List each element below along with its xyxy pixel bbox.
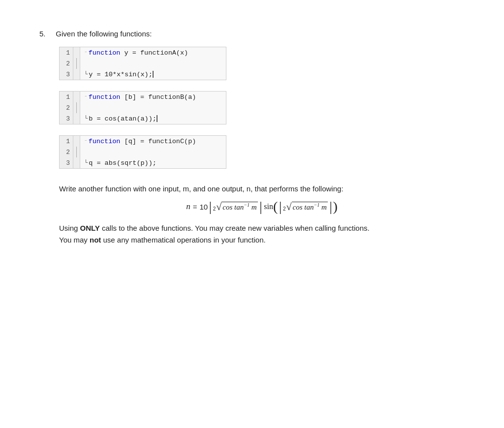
using-line1: Using ONLY calls to the above functions.… <box>59 224 370 232</box>
intro-text: Given the following functions: <box>56 30 152 38</box>
spacer-2 <box>59 131 465 135</box>
collapse-icon-b: ⁻ <box>84 94 88 100</box>
formula-area: n = 10 | 2 √ cos tan−1 m | sin ( | 2 <box>59 200 465 214</box>
write-text-content: Write another function with one input, m… <box>59 184 344 193</box>
code-text-c3: q = abs(sqrt(p)); <box>89 159 157 167</box>
sqrt-radicand-outer: cos tan−1 m <box>221 202 257 212</box>
code-line-a1: 1 ⁻ function y = functionA(x) <box>60 47 226 58</box>
gutter-b1 <box>73 92 80 102</box>
code-block-c: 1 ⁻ function [q] = functionC(p) 2 <box>59 135 465 176</box>
line-content-a3: └ y = 10*x*sin(x); <box>80 69 158 80</box>
abs-bar-left: | <box>208 200 212 214</box>
line-content-c1: ⁻ function [q] = functionC(p) <box>80 136 200 147</box>
using-line2: You may not use any mathematical operati… <box>59 236 266 244</box>
cursor-b <box>157 115 158 122</box>
vert-line-a2 <box>76 58 77 69</box>
sin-text: sin <box>264 202 273 211</box>
inner-abs-bar-right: | <box>329 200 333 214</box>
num-10: 10 <box>199 203 208 211</box>
sqrt-symbol-outer: √ <box>216 202 221 212</box>
gutter-c1 <box>73 136 80 147</box>
gutter-a1 <box>73 47 80 58</box>
using-text: Using ONLY calls to the above functions.… <box>59 222 465 246</box>
line-content-a1: ⁻ function y = functionA(x) <box>80 47 192 58</box>
paren-right: ) <box>333 200 338 214</box>
keyword-function-b: function <box>89 93 121 101</box>
line-num-b1: 1 <box>60 92 73 102</box>
gutter-c3 <box>73 157 80 168</box>
vert-line-b2 <box>76 102 77 113</box>
collapse-icon-a: ⁻ <box>84 50 88 56</box>
minus-a: └ <box>84 71 88 78</box>
math-formula: n = 10 | 2 √ cos tan−1 m | sin ( | 2 <box>186 200 338 214</box>
line-content-c3: └ q = abs(sqrt(p)); <box>80 157 160 168</box>
write-text: Write another function with one input, m… <box>59 184 465 193</box>
keyword-function-c: function <box>89 138 121 145</box>
minus-b: └ <box>84 115 88 122</box>
code-text-a3: y = 10*x*sin(x); <box>89 71 153 78</box>
code-line-c1: 1 ⁻ function [q] = functionC(p) <box>60 136 226 147</box>
code-block-b-inner: 1 ⁻ function [b] = functionB(a) 2 <box>59 91 226 124</box>
sqrt-container-inner: 2 √ cos tan−1 m <box>283 202 328 212</box>
collapse-icon-c: ⁻ <box>84 138 88 145</box>
using-post-bold: calls to the above functions. You may cr… <box>100 224 370 232</box>
sqrt-index-inner: 2 <box>283 206 286 212</box>
vert-line-c2 <box>76 147 77 157</box>
line-num-c1: 1 <box>60 136 73 147</box>
line-content-a2 <box>80 58 88 69</box>
cursor-a <box>153 71 154 78</box>
using-bold: ONLY <box>80 224 100 232</box>
using-pre-bold2: You may <box>59 236 90 244</box>
sqrt-index-outer: 2 <box>213 206 216 212</box>
sqrt-radicand-inner: cos tan−1 m <box>292 202 328 212</box>
gutter-b2 <box>73 102 80 113</box>
line-num-c3: 3 <box>60 157 73 168</box>
spacer-1 <box>59 87 465 91</box>
code-line-a2: 2 <box>60 58 226 69</box>
question-container: 5. Given the following functions: 1 ⁻ fu… <box>39 30 465 246</box>
code-block-a-inner: 1 ⁻ function y = functionA(x) 2 <box>59 47 226 80</box>
code-line-a3: 3 └ y = 10*x*sin(x); <box>60 69 226 80</box>
paren-left: ( <box>273 200 278 214</box>
code-text-c1: [q] = functionC(p) <box>120 138 196 145</box>
code-line-c2: 2 <box>60 147 226 157</box>
using-bold2: not <box>90 236 101 244</box>
line-num-c2: 2 <box>60 147 73 157</box>
line-num-a2: 2 <box>60 58 73 69</box>
code-block-c-inner: 1 ⁻ function [q] = functionC(p) 2 <box>59 135 226 169</box>
using-pre-bold: Using <box>59 224 80 232</box>
code-text-b1: [b] = functionB(a) <box>120 93 196 101</box>
var-n: n <box>186 202 190 212</box>
gutter-a3 <box>73 69 80 80</box>
line-num-b2: 2 <box>60 102 73 113</box>
line-content-b3: └ b = cos(atan(a)); <box>80 113 161 124</box>
line-content-b1: ⁻ function [b] = functionB(a) <box>80 92 200 102</box>
code-text-b3: b = cos(atan(a)); <box>89 115 157 122</box>
line-num-b3: 3 <box>60 113 73 124</box>
code-line-b2: 2 <box>60 102 226 113</box>
minus-c: └ <box>84 159 88 166</box>
code-line-b3: 3 └ b = cos(atan(a)); <box>60 113 226 124</box>
equals: = <box>193 203 197 211</box>
gutter-b3 <box>73 113 80 124</box>
inner-abs-bar-left: | <box>278 200 282 214</box>
gutter-a2 <box>73 58 80 69</box>
line-content-c2 <box>80 147 88 157</box>
code-text-a1: y = functionA(x) <box>120 49 188 57</box>
code-block-b: 1 ⁻ function [b] = functionB(a) 2 <box>59 91 465 131</box>
sqrt-container-outer: 2 √ cos tan−1 m <box>213 202 258 212</box>
code-blocks-area: 1 ⁻ function y = functionA(x) 2 <box>59 47 465 176</box>
line-content-b2 <box>80 102 88 113</box>
sqrt-symbol-inner: √ <box>286 202 292 212</box>
code-line-c3: 3 └ q = abs(sqrt(p)); <box>60 157 226 168</box>
code-block-a: 1 ⁻ function y = functionA(x) 2 <box>59 47 465 87</box>
line-num-a3: 3 <box>60 69 73 80</box>
question-number: 5. Given the following functions: <box>39 30 465 38</box>
keyword-function-a: function <box>89 49 121 57</box>
number-label: 5. <box>39 30 46 38</box>
abs-bar-right: | <box>259 200 263 214</box>
using-post-bold2: use any mathematical operations in your … <box>101 236 265 244</box>
gutter-c2 <box>73 147 80 157</box>
line-num-a1: 1 <box>60 47 73 58</box>
code-line-b1: 1 ⁻ function [b] = functionB(a) <box>60 92 226 102</box>
